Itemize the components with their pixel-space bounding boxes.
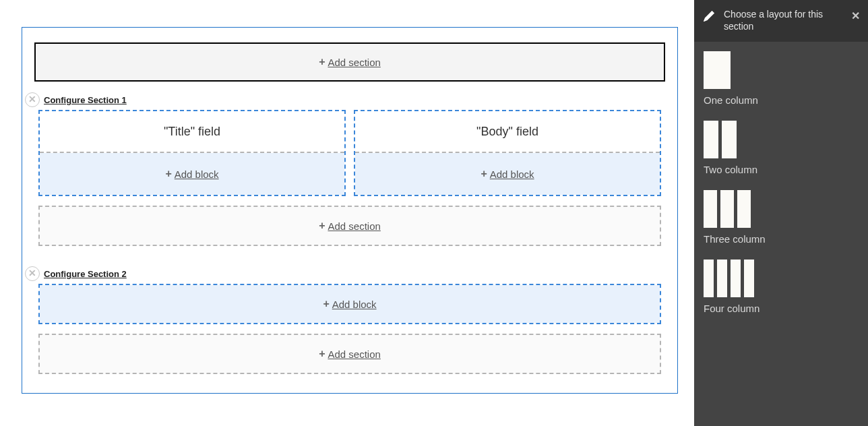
- plus-icon: +: [323, 298, 329, 310]
- layout-option-two-column[interactable]: Two column: [704, 121, 859, 175]
- section-1-column-2: "Body" field + Add block: [354, 110, 661, 196]
- add-section-link: Add section: [328, 57, 380, 68]
- layout-option-four-column[interactable]: Four column: [704, 260, 859, 314]
- pencil-icon: [704, 11, 714, 22]
- add-block-link: Add block: [490, 169, 534, 180]
- plus-icon: +: [319, 348, 325, 360]
- layout-label: Four column: [704, 303, 859, 314]
- panel-title: Choose a layout for this section: [724, 9, 823, 32]
- plus-icon: +: [319, 56, 325, 68]
- configure-section-2-link[interactable]: Configure Section 2: [44, 269, 127, 279]
- section-2-header: ✕ Configure Section 2: [25, 266, 665, 281]
- add-block-s1-c2[interactable]: + Add block: [355, 153, 660, 195]
- add-section-link: Add section: [328, 220, 380, 232]
- add-section-top[interactable]: + Add section: [34, 42, 665, 82]
- layout-builder-canvas: + Add section ✕ Configure Section 1 "Tit…: [0, 0, 694, 426]
- canvas-outline: + Add section ✕ Configure Section 1 "Tit…: [22, 27, 678, 394]
- four-column-thumb: [704, 260, 859, 297]
- three-column-thumb: [704, 190, 859, 228]
- layout-label: One column: [704, 94, 859, 106]
- configure-section-1-link[interactable]: Configure Section 1: [44, 95, 127, 105]
- remove-section-2-button[interactable]: ✕: [25, 266, 40, 281]
- add-section-link: Add section: [328, 348, 380, 360]
- layout-label: Two column: [704, 164, 859, 175]
- two-column-thumb: [704, 121, 859, 158]
- one-column-thumb: [704, 51, 859, 89]
- add-section-after-2[interactable]: + Add section: [38, 334, 661, 374]
- remove-section-1-button[interactable]: ✕: [25, 92, 40, 107]
- plus-icon: +: [165, 168, 171, 180]
- layout-options-list: One column Two column Three column Four …: [694, 42, 868, 338]
- section-2-column-1: + Add block: [38, 284, 661, 324]
- add-block-link: Add block: [175, 169, 219, 180]
- layout-option-three-column[interactable]: Three column: [704, 190, 859, 245]
- add-block-link: Add block: [332, 299, 377, 310]
- plus-icon: +: [480, 168, 487, 180]
- plus-icon: +: [319, 220, 325, 232]
- section-1-column-1: "Title" field + Add block: [38, 110, 346, 196]
- layout-chooser-panel: Choose a layout for this section ✕ One c…: [694, 0, 868, 426]
- layout-option-one-column[interactable]: One column: [704, 51, 859, 106]
- body-field-block[interactable]: "Body" field: [355, 111, 660, 153]
- add-section-after-1[interactable]: + Add section: [38, 206, 661, 246]
- layout-label: Three column: [704, 233, 859, 245]
- add-block-s2-c1[interactable]: + Add block: [40, 285, 660, 323]
- panel-header: Choose a layout for this section ✕: [694, 0, 868, 42]
- section-2-columns: + Add block: [38, 284, 661, 324]
- close-icon[interactable]: ✕: [851, 9, 860, 24]
- section-1-header: ✕ Configure Section 1: [25, 92, 665, 107]
- add-block-s1-c1[interactable]: + Add block: [40, 153, 344, 195]
- section-1-columns: "Title" field + Add block "Body" field +…: [38, 110, 661, 196]
- title-field-block[interactable]: "Title" field: [40, 111, 344, 153]
